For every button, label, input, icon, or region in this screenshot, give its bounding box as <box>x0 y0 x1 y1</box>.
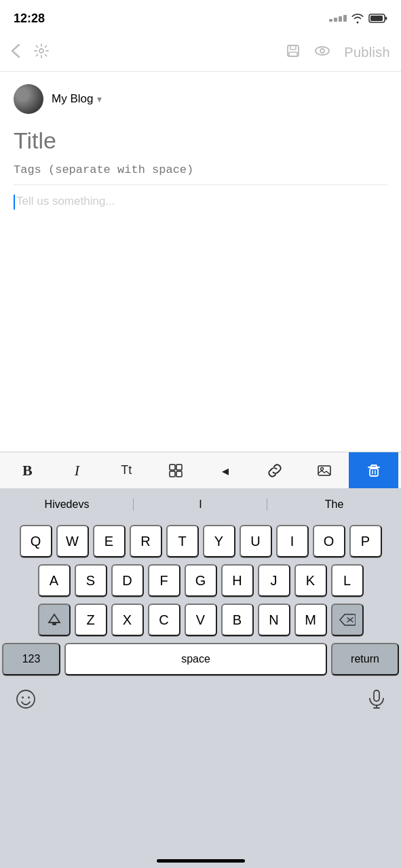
key-e[interactable]: E <box>93 525 126 557</box>
wifi-icon <box>351 13 364 24</box>
autocomplete-item-2[interactable]: The <box>267 492 401 517</box>
key-q[interactable]: Q <box>20 525 52 557</box>
save-icon[interactable] <box>286 43 301 62</box>
key-k[interactable]: K <box>294 564 327 597</box>
delete-button[interactable] <box>349 452 398 489</box>
link-button[interactable] <box>250 452 299 489</box>
key-row-2: ASDFGHJKL <box>2 564 399 597</box>
return-key[interactable]: return <box>331 643 399 675</box>
blog-name-row[interactable]: My Blog ▾ <box>52 92 102 106</box>
key-n[interactable]: N <box>258 604 290 636</box>
key-row-1: QWERTYUIOP <box>2 525 399 557</box>
key-m[interactable]: M <box>294 604 327 636</box>
emoji-icon[interactable] <box>16 689 36 714</box>
publish-button[interactable]: Publish <box>344 45 390 60</box>
key-x[interactable]: X <box>111 604 144 636</box>
image-button[interactable] <box>299 452 349 489</box>
tags-input[interactable] <box>14 163 387 185</box>
text-cursor <box>14 195 15 210</box>
svg-rect-12 <box>318 466 330 475</box>
delete-key[interactable] <box>331 604 364 636</box>
avatar <box>14 84 43 114</box>
key-u[interactable]: U <box>240 525 272 557</box>
key-a[interactable]: A <box>38 564 71 597</box>
grid-button[interactable] <box>151 452 201 489</box>
svg-rect-24 <box>374 690 379 701</box>
key-b[interactable]: B <box>221 604 254 636</box>
key-d[interactable]: D <box>111 564 144 597</box>
svg-rect-1 <box>370 16 383 21</box>
key-i[interactable]: I <box>276 525 309 557</box>
content-cursor: Tell us something... <box>14 195 387 210</box>
key-l[interactable]: L <box>331 564 364 597</box>
key-h[interactable]: H <box>221 564 254 597</box>
title-input[interactable] <box>14 127 387 154</box>
autocomplete-item-1[interactable]: I <box>134 492 267 517</box>
key-row-3: ZXCVBNM <box>2 604 399 636</box>
svg-rect-14 <box>370 469 378 476</box>
key-r[interactable]: R <box>130 525 162 557</box>
svg-rect-9 <box>176 465 182 470</box>
svg-rect-11 <box>176 471 182 477</box>
bold-button[interactable]: B <box>3 452 52 489</box>
preview-icon[interactable] <box>314 43 330 62</box>
svg-point-21 <box>17 690 35 708</box>
indent-button[interactable]: ◂ <box>201 452 250 489</box>
space-key[interactable]: space <box>64 643 327 675</box>
svg-point-13 <box>320 467 323 470</box>
blog-name: My Blog <box>52 92 93 106</box>
key-g[interactable]: G <box>185 564 217 597</box>
key-t[interactable]: T <box>166 525 199 557</box>
autocomplete-item-0[interactable]: Hivedevs <box>0 492 134 517</box>
italic-button[interactable]: I <box>52 452 102 489</box>
svg-point-6 <box>316 47 329 55</box>
status-time: 12:28 <box>14 12 45 26</box>
signal-icon <box>329 15 347 22</box>
svg-point-22 <box>22 696 24 698</box>
key-p[interactable]: P <box>349 525 382 557</box>
svg-rect-10 <box>170 471 175 477</box>
key-f[interactable]: F <box>148 564 180 597</box>
battery-icon <box>368 13 387 24</box>
shift-key[interactable] <box>38 604 71 636</box>
home-indicator <box>157 859 245 863</box>
numbers-key[interactable]: 123 <box>2 643 60 675</box>
key-v[interactable]: V <box>185 604 217 636</box>
key-z[interactable]: Z <box>75 604 107 636</box>
key-s[interactable]: S <box>75 564 107 597</box>
content-placeholder: Tell us something... <box>16 195 115 208</box>
chevron-down-icon: ▾ <box>97 94 102 104</box>
key-j[interactable]: J <box>258 564 290 597</box>
key-c[interactable]: C <box>148 604 180 636</box>
svg-rect-4 <box>290 45 296 50</box>
key-w[interactable]: W <box>56 525 89 557</box>
svg-point-23 <box>28 696 30 698</box>
svg-point-2 <box>39 49 43 53</box>
settings-icon[interactable] <box>34 43 49 62</box>
microphone-icon[interactable] <box>368 689 385 714</box>
svg-rect-8 <box>170 465 175 470</box>
keyboard: QWERTYUIOP ASDFGHJKL ZXCVBNM 123 space r… <box>0 521 401 868</box>
back-icon[interactable] <box>11 43 20 62</box>
svg-point-7 <box>320 49 324 53</box>
key-y[interactable]: Y <box>203 525 235 557</box>
svg-rect-18 <box>52 623 56 625</box>
key-o[interactable]: O <box>313 525 345 557</box>
key-row-bottom: 123 space return <box>2 643 399 675</box>
text-size-button[interactable]: Tt <box>102 452 151 489</box>
format-toolbar: B I Tt ◂ <box>0 452 401 488</box>
status-icons <box>329 13 387 24</box>
editor-area: Tell us something... <box>0 121 401 210</box>
svg-rect-5 <box>289 52 297 56</box>
status-bar: 12:28 <box>0 0 401 34</box>
app-toolbar: Publish <box>0 34 401 72</box>
blog-header: My Blog ▾ <box>0 72 401 121</box>
toolbar-right: Publish <box>286 43 390 62</box>
svg-marker-17 <box>49 614 60 623</box>
toolbar-left <box>11 43 49 62</box>
autocomplete-bar: Hivedevs I The <box>0 488 401 521</box>
